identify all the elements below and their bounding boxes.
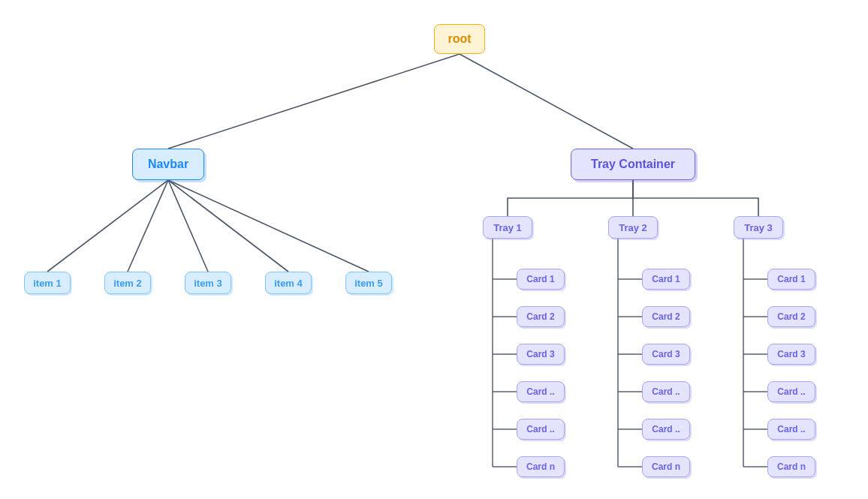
tray-1-card: Card 2 [517, 306, 565, 327]
tray-2-card: Card n [642, 456, 690, 477]
nav-item-3: item 3 [185, 272, 231, 294]
tray-1-card: Card n [517, 456, 565, 477]
svg-line-3 [128, 180, 168, 272]
tray-1-card: Card .. [517, 419, 565, 440]
tray-2-card: Card .. [642, 381, 690, 402]
tray-3-card: Card .. [767, 419, 815, 440]
tray-3-card: Card .. [767, 381, 815, 402]
tray-2-card: Card 3 [642, 344, 690, 365]
nav-item-5: item 5 [345, 272, 392, 294]
root-node: root [434, 24, 485, 54]
tray-2-card: Card .. [642, 419, 690, 440]
svg-line-1 [460, 54, 633, 149]
tray-2-card: Card 2 [642, 306, 690, 327]
svg-line-2 [47, 180, 168, 272]
nav-item-4: item 4 [265, 272, 312, 294]
tray-1: Tray 1 [483, 216, 532, 239]
diagram-edges [0, 0, 868, 499]
tray-1-card: Card 3 [517, 344, 565, 365]
svg-line-5 [168, 180, 288, 272]
tray-container-node: Tray Container [571, 149, 695, 180]
tray-3-card: Card n [767, 456, 815, 477]
svg-line-4 [168, 180, 208, 272]
tray-3-card: Card 2 [767, 306, 815, 327]
tray-1-card: Card 1 [517, 269, 565, 290]
nav-item-2: item 2 [104, 272, 151, 294]
tray-3: Tray 3 [734, 216, 783, 239]
tray-3-card: Card 3 [767, 344, 815, 365]
nav-item-1: item 1 [24, 272, 71, 294]
navbar-node: Navbar [132, 149, 204, 180]
svg-line-0 [168, 54, 460, 149]
svg-line-6 [168, 180, 369, 272]
tray-2-card: Card 1 [642, 269, 690, 290]
tray-3-card: Card 1 [767, 269, 815, 290]
tray-1-card: Card .. [517, 381, 565, 402]
tray-2: Tray 2 [608, 216, 658, 239]
